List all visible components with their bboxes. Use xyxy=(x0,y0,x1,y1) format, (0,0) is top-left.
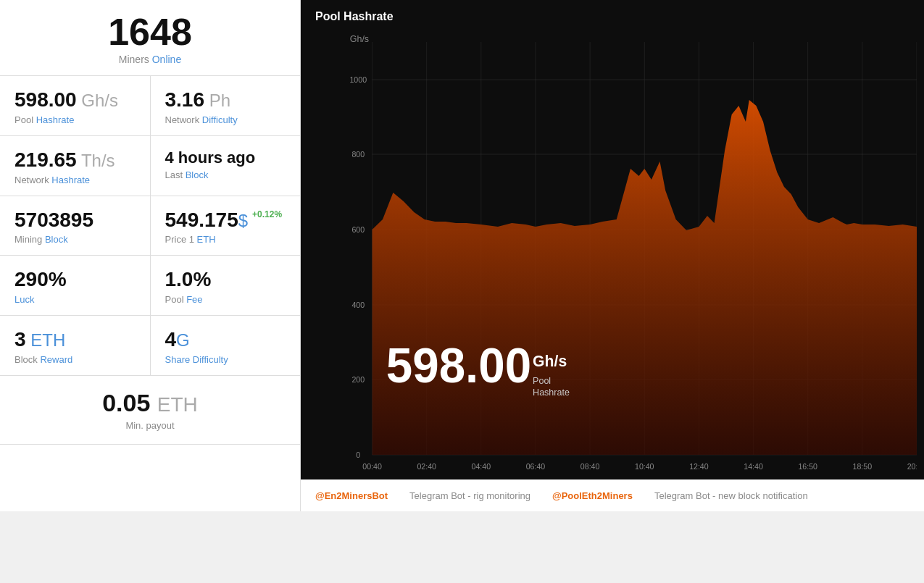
network-hashrate-unit: Th/s xyxy=(77,151,115,170)
price-change-badge: +0.12% xyxy=(252,209,282,219)
price-value: 549.175$ xyxy=(165,209,249,232)
svg-text:Gh/s: Gh/s xyxy=(533,352,567,370)
svg-text:02:40: 02:40 xyxy=(417,462,436,471)
miners-count: 1648 xyxy=(7,13,293,51)
block-reward-cell: 3 ETH Block Reward xyxy=(0,316,151,375)
right-panel: Pool Hashrate Gh/s 0 xyxy=(301,0,924,511)
svg-text:12:40: 12:40 xyxy=(689,462,709,471)
row-luck-fee: 290% Luck 1.0% Pool Fee xyxy=(0,256,300,316)
last-block-label: Last Block xyxy=(165,169,286,180)
svg-text:14:40: 14:40 xyxy=(744,462,763,471)
svg-text:08:40: 08:40 xyxy=(580,462,600,471)
pool-hashrate-cell: 598.00 Gh/s Pool Hashrate xyxy=(0,76,151,135)
svg-text:18:50: 18:50 xyxy=(853,462,873,471)
price-cell: 549.175$ +0.12% Price 1 ETH xyxy=(151,196,301,256)
svg-text:200: 200 xyxy=(351,375,365,384)
chart-svg: Gh/s 0 200 400 600 800 1000 xyxy=(344,28,917,477)
share-difficulty-unit: G xyxy=(176,330,190,350)
left-panel: 1648 Miners Online 598.00 Gh/s Pool Hash… xyxy=(0,0,301,511)
price-label: Price 1 ETH xyxy=(165,234,286,245)
svg-text:0: 0 xyxy=(356,450,360,459)
row-block-price: 5703895 Mining Block 549.175$ +0.12% Pri… xyxy=(0,196,300,256)
bot2-handle[interactable]: @PoolEth2Miners xyxy=(552,490,633,501)
share-difficulty-label: Share Difficulty xyxy=(165,354,286,365)
luck-label: Luck xyxy=(14,294,136,305)
bottom-bar: @En2MinersBot Telegram Bot - rig monitor… xyxy=(301,479,924,511)
share-difficulty-value: 4G xyxy=(165,329,286,351)
svg-text:800: 800 xyxy=(351,150,365,159)
last-block-cell: 4 hours ago Last Block xyxy=(151,136,301,196)
network-difficulty-label: Network Difficulty xyxy=(165,114,286,125)
network-hashrate-cell: 219.65 Th/s Network Hashrate xyxy=(0,136,151,196)
miners-label-highlight: Online xyxy=(152,54,181,65)
miners-label: Miners Online xyxy=(7,54,293,65)
mining-block-cell: 5703895 Mining Block xyxy=(0,196,151,256)
svg-text:16:50: 16:50 xyxy=(798,462,817,471)
pool-fee-cell: 1.0% Pool Fee xyxy=(151,256,301,315)
miners-online-row: 1648 Miners Online xyxy=(0,0,300,76)
row-hashrate-difficulty: 598.00 Gh/s Pool Hashrate 3.16 Ph Networ… xyxy=(0,76,300,136)
bot1-handle[interactable]: @En2MinersBot xyxy=(315,490,388,501)
network-difficulty-cell: 3.16 Ph Network Difficulty xyxy=(151,76,301,135)
pool-fee-value: 1.0% xyxy=(165,269,286,291)
mining-block-value: 5703895 xyxy=(14,209,136,232)
svg-text:00:40: 00:40 xyxy=(362,462,382,471)
min-payout-value: 0.05 ETH xyxy=(14,389,286,417)
pool-fee-label: Pool Fee xyxy=(165,294,286,305)
last-block-value: 4 hours ago xyxy=(165,149,286,167)
svg-text:04:40: 04:40 xyxy=(472,462,491,471)
row-reward-share: 3 ETH Block Reward 4G Share Difficulty xyxy=(0,316,300,376)
chart-area: Gh/s 0 200 400 600 800 1000 xyxy=(301,28,924,479)
pool-hashrate-value: 598.00 Gh/s xyxy=(14,89,136,112)
svg-text:Pool: Pool xyxy=(533,375,551,386)
pool-hashrate-label: Pool Hashrate xyxy=(14,114,136,125)
svg-text:Gh/s: Gh/s xyxy=(350,33,369,44)
chart-title: Pool Hashrate xyxy=(301,0,924,28)
min-payout-row: 0.05 ETH Min. payout xyxy=(0,376,300,445)
mining-block-label: Mining Block xyxy=(14,234,136,245)
block-reward-unit: ETH xyxy=(26,330,66,350)
share-difficulty-cell: 4G Share Difficulty xyxy=(151,316,301,375)
price-unit: $ xyxy=(238,211,248,230)
svg-text:20:50: 20:50 xyxy=(907,462,917,471)
luck-cell: 290% Luck xyxy=(0,256,151,315)
network-hashrate-value: 219.65 Th/s xyxy=(14,149,136,172)
bot2-desc: Telegram Bot - new block notification xyxy=(654,490,808,501)
svg-text:400: 400 xyxy=(351,301,365,309)
network-hashrate-label: Network Hashrate xyxy=(14,175,136,185)
svg-text:600: 600 xyxy=(351,225,365,234)
pool-hashrate-unit: Gh/s xyxy=(77,91,118,110)
row-nethash-lastblock: 219.65 Th/s Network Hashrate 4 hours ago… xyxy=(0,136,300,196)
svg-text:Hashrate: Hashrate xyxy=(533,387,570,398)
bot1-desc: Telegram Bot - rig monitoring xyxy=(409,490,530,501)
network-difficulty-unit: Ph xyxy=(204,91,230,110)
miners-label-static: Miners xyxy=(119,54,149,65)
min-payout-unit: ETH xyxy=(157,393,198,416)
block-reward-label: Block Reward xyxy=(14,354,136,365)
svg-text:06:40: 06:40 xyxy=(526,462,546,471)
main-container: 1648 Miners Online 598.00 Gh/s Pool Hash… xyxy=(0,0,924,511)
svg-text:1000: 1000 xyxy=(349,75,367,84)
block-reward-value: 3 ETH xyxy=(14,329,136,351)
network-difficulty-value: 3.16 Ph xyxy=(165,89,286,112)
svg-text:10:40: 10:40 xyxy=(635,462,654,471)
svg-text:598.00: 598.00 xyxy=(386,338,531,393)
min-payout-label: Min. payout xyxy=(14,420,286,431)
luck-value: 290% xyxy=(14,269,136,291)
